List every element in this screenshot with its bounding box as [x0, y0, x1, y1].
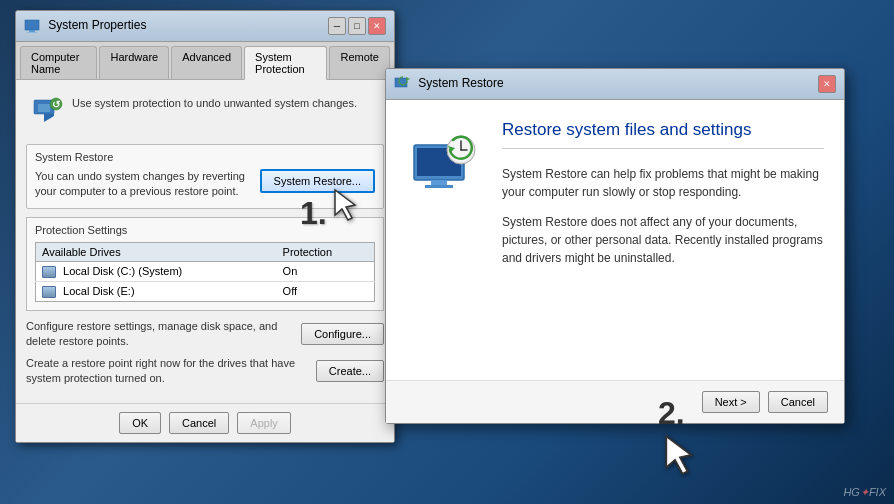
step1-label: 1. — [300, 195, 327, 232]
protection-status-c: On — [277, 261, 375, 281]
svg-rect-4 — [38, 104, 50, 112]
maximize-button[interactable]: □ — [348, 17, 366, 35]
system-restore-group: System Restore You can undo system chang… — [26, 144, 384, 209]
svg-rect-13 — [425, 185, 453, 188]
configure-text: Configure restore settings, manage disk … — [26, 319, 301, 350]
drive-name-c: Local Disk (C:) (System) — [36, 261, 277, 281]
cancel-button-props[interactable]: Cancel — [169, 412, 229, 434]
window-controls: ─ □ ✕ — [328, 17, 386, 35]
cancel-button-restore[interactable]: Cancel — [768, 391, 828, 413]
computer-clock-icon — [409, 130, 484, 205]
col-drives: Available Drives — [36, 242, 277, 261]
system-properties-dialog: System Properties ─ □ ✕ Computer Name Ha… — [15, 10, 395, 443]
restore-titlebar-text: System Restore — [394, 76, 504, 92]
svg-rect-2 — [27, 32, 37, 33]
watermark: HG✦FIX — [843, 486, 886, 499]
svg-marker-19 — [666, 436, 691, 474]
system-icon — [24, 18, 40, 34]
tab-computer-name[interactable]: Computer Name — [20, 46, 97, 79]
restore-left-icon-area — [406, 120, 486, 360]
restore-desc-2: System Restore does not affect any of yo… — [502, 213, 824, 267]
restore-dialog-footer: Next > Cancel — [386, 380, 844, 423]
create-button[interactable]: Create... — [316, 360, 384, 382]
restore-description: You can undo system changes by reverting… — [35, 169, 254, 200]
tab-system-protection[interactable]: System Protection — [244, 46, 327, 80]
restore-title-icon — [394, 76, 410, 92]
svg-rect-1 — [29, 30, 35, 32]
shield-icon: ↺ — [32, 96, 64, 128]
restore-right-content: Restore system files and settings System… — [502, 120, 824, 360]
info-section: ↺ Use system protection to undo unwanted… — [26, 90, 384, 134]
system-restore-button[interactable]: System Restore... — [260, 169, 375, 193]
restore-close-button[interactable]: ✕ — [818, 75, 836, 93]
drives-table: Available Drives Protection Local Disk (… — [35, 242, 375, 302]
group-label: System Restore — [35, 151, 375, 163]
info-text: Use system protection to undo unwanted s… — [72, 96, 357, 111]
protection-settings-group: Protection Settings Available Drives Pro… — [26, 217, 384, 311]
restore-desc-1: System Restore can help fix problems tha… — [502, 165, 824, 201]
step2-label: 2. — [658, 395, 685, 432]
svg-rect-8 — [395, 78, 407, 87]
ok-button[interactable]: OK — [119, 412, 161, 434]
drive-icon-e — [42, 286, 56, 298]
drive-name-e: Local Disk (E:) — [36, 281, 277, 301]
titlebar-text: System Properties — [24, 18, 146, 34]
create-text: Create a restore point right now for the… — [26, 356, 316, 387]
drive-icon-c — [42, 266, 56, 278]
table-row: Local Disk (C:) (System) On — [36, 261, 375, 281]
configure-row: Configure restore settings, manage disk … — [26, 319, 384, 350]
tab-advanced[interactable]: Advanced — [171, 46, 242, 79]
tabs-container: Computer Name Hardware Advanced System P… — [16, 42, 394, 80]
restore-main-title: Restore system files and settings — [502, 120, 824, 149]
cursor-arrow-2 — [660, 430, 710, 480]
next-button[interactable]: Next > — [702, 391, 760, 413]
table-row: Local Disk (E:) Off — [36, 281, 375, 301]
svg-text:↺: ↺ — [52, 99, 61, 110]
svg-marker-9 — [406, 77, 410, 81]
restore-window-controls: ✕ — [818, 75, 836, 93]
apply-button[interactable]: Apply — [237, 412, 291, 434]
configure-button[interactable]: Configure... — [301, 323, 384, 345]
svg-rect-0 — [25, 20, 39, 30]
tab-remote[interactable]: Remote — [329, 46, 390, 79]
restore-titlebar: System Restore ✕ — [386, 69, 844, 100]
system-properties-titlebar: System Properties ─ □ ✕ — [16, 11, 394, 42]
dialog-body: ↺ Use system protection to undo unwanted… — [16, 80, 394, 403]
dialog-footer: OK Cancel Apply — [16, 403, 394, 442]
system-restore-dialog: System Restore ✕ — [385, 68, 845, 424]
svg-rect-12 — [431, 180, 447, 185]
restore-dialog-body: Restore system files and settings System… — [386, 100, 844, 380]
close-button[interactable]: ✕ — [368, 17, 386, 35]
col-protection: Protection — [277, 242, 375, 261]
protection-status-e: Off — [277, 281, 375, 301]
minimize-button[interactable]: ─ — [328, 17, 346, 35]
tab-hardware[interactable]: Hardware — [99, 46, 169, 79]
create-row: Create a restore point right now for the… — [26, 356, 384, 387]
